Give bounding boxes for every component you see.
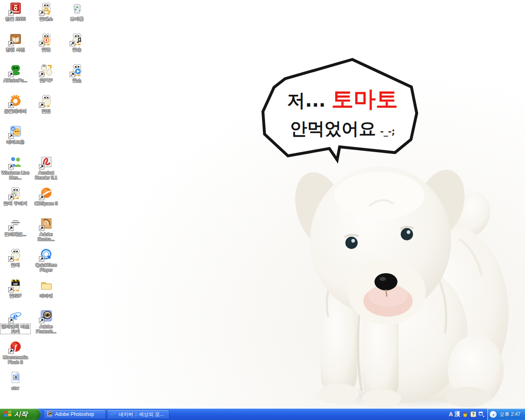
desktop-icon-hancom-dictionary[interactable]: 한컴 사전	[0, 32, 31, 52]
shortcut-arrow-icon	[9, 349, 13, 354]
desktop-icon-label: CDSpace 5	[34, 201, 57, 206]
desktop-icon-internet-shortcut[interactable]: e인터넷의 바로 가기	[0, 309, 31, 334]
desktop-icon-label: QuickTime Player	[32, 262, 61, 272]
speech-bubble-line2: 안먹었어요 -_-;	[269, 117, 416, 140]
shortcut-arrow-icon	[39, 164, 44, 169]
shortcut-arrow-icon	[39, 318, 44, 323]
shortcut-arrow-icon	[39, 103, 44, 107]
desktop-icon-macromedia-flash-8[interactable]: fMacromedia Flash 8	[0, 340, 31, 365]
ime-help-icon[interactable]: ?	[470, 411, 477, 418]
shortcut-arrow-icon	[39, 226, 44, 231]
shortcut-arrow-icon	[9, 257, 13, 261]
desktop-icon-algif[interactable]: GIF알GIF	[0, 278, 31, 298]
internet-explorer-icon: e	[9, 309, 22, 322]
gom-player-icon	[9, 94, 22, 107]
desktop-icon-recycle-bin[interactable]: 휴지통	[62, 2, 92, 21]
shortcut-arrow-icon	[39, 11, 44, 15]
recycle-bin-icon	[71, 2, 84, 15]
desktop-icon-star-file[interactable]: star	[0, 371, 31, 390]
desktop-icon-kkamagwi-folder[interactable]: 까마귀	[31, 278, 62, 298]
ime-language-bar: A 漢 ?	[446, 411, 487, 418]
desktop-icon-alpass[interactable]: 알패스	[31, 2, 62, 21]
egg-bird-icon	[40, 94, 53, 107]
svg-text:e: e	[112, 411, 114, 417]
desktop-icon-alftp[interactable]: 알FTP	[31, 63, 62, 83]
shortcut-arrow-icon	[9, 11, 13, 15]
desktop-icon-label: star	[11, 386, 19, 390]
shortcut-arrow-icon	[9, 195, 13, 200]
desktop-icon-adobe-illustrator[interactable]: Adobe Illustra...	[31, 217, 62, 242]
messenger-icon	[9, 155, 22, 169]
svg-text:e: e	[13, 310, 17, 322]
ime-tools-icon[interactable]	[462, 411, 468, 418]
desktop-icon-alzip[interactable]: 알집	[31, 94, 62, 114]
taskbar-window-naver[interactable]: e네이버 :: 세상의 모...	[107, 410, 169, 419]
desktop-icon-label: 까마귀	[39, 293, 53, 298]
shortcut-arrow-icon	[9, 164, 13, 169]
desktop-icon-almap[interactable]: 알맵	[31, 32, 62, 52]
ime-hanja-button[interactable]: 漢	[454, 411, 460, 418]
nateon-icon	[9, 125, 22, 138]
notification-area: ‹ 오후 2:47	[487, 409, 525, 420]
desktop-icon-alroboform[interactable]: AlRoboFo...	[0, 63, 31, 83]
desktop-icon-label: 알씨 꾸미기	[3, 201, 27, 206]
desktop-icon-label: Acrobat Reader 5.1	[32, 170, 61, 180]
hide-inactive-icons-button[interactable]: ‹	[490, 411, 497, 418]
internet-explorer-icon: e	[110, 411, 116, 418]
bubble-text-prefix: 저...	[287, 89, 326, 113]
shortcut-arrow-icon	[9, 226, 13, 231]
desktop-icon-label: 한컴 사전	[6, 47, 25, 52]
photoshop-icon	[46, 411, 53, 418]
egg-bird-play-icon	[71, 63, 84, 76]
desktop-icon-label: Windows Live Mes...	[1, 170, 30, 180]
shortcut-arrow-icon	[39, 41, 44, 46]
language-bar-restore-icon[interactable]	[478, 411, 485, 418]
svg-text:?: ?	[472, 412, 475, 417]
acrobat-icon	[40, 155, 53, 169]
desktop-icon-label: Adobe Photosh...	[32, 324, 61, 334]
photoshop-icon	[40, 309, 53, 322]
egg-bird-compass-icon	[40, 32, 53, 46]
desktop-icon-label: Adobe Illustra...	[32, 232, 61, 242]
desktop-icon-quicktime-player[interactable]: QuickTime Player	[31, 248, 62, 272]
desktop-icon-label: 알GIF	[9, 293, 21, 298]
desktop-icon-label: 네이트온	[7, 139, 25, 144]
desktop-icon-nateon[interactable]: 네이트온	[0, 125, 31, 144]
desktop-icon-acrobat-reader[interactable]: Acrobat Reader 5.1	[31, 155, 62, 180]
desktop-icon-adobe-photoshop[interactable]: Adobe Photosh...	[31, 309, 62, 334]
desktop-icon-calli-font-sample[interactable]: 캘리체샘...	[0, 217, 31, 237]
desktop-icon-label: 곰플레이어	[4, 109, 27, 114]
desktop-icon-windows-live-messenger[interactable]: Windows Live Mes...	[0, 155, 31, 180]
taskbar-window-label: Adobe Photoshop	[55, 411, 94, 417]
font-sample-icon	[9, 217, 22, 230]
desktop-icon-alsong[interactable]: 알송	[62, 32, 92, 52]
start-button[interactable]: 시작	[0, 409, 41, 420]
folder-icon	[40, 278, 53, 292]
ime-mode-button[interactable]: A	[449, 411, 453, 418]
desktop-icon-hangul-2005[interactable]: 한글 2005	[0, 2, 31, 21]
desktop-icon-alsee[interactable]: 알씨	[0, 248, 31, 267]
desktop-icon-label: 알씨	[11, 262, 20, 267]
cdspace-icon	[40, 186, 53, 199]
desktop-icon-label: 알집	[42, 109, 51, 114]
svg-text:GIF: GIF	[13, 283, 18, 285]
shortcut-arrow-icon	[9, 288, 13, 292]
egg-bird-icon	[9, 248, 22, 261]
desktop-icon-alsee-decorate[interactable]: 알씨 꾸미기	[0, 186, 31, 206]
shortcut-arrow-icon	[39, 257, 44, 261]
illustrator-icon	[40, 217, 53, 230]
dictionary-book-icon	[9, 32, 22, 46]
shortcut-arrow-icon	[39, 195, 44, 200]
clock[interactable]: 오후 2:47	[500, 411, 520, 418]
desktop-icon-label: 알쇼	[73, 78, 82, 83]
desktop-icon-alshow[interactable]: 알쇼	[62, 63, 92, 83]
shortcut-arrow-icon	[9, 72, 13, 77]
taskbar-window-photoshop[interactable]: Adobe Photoshop	[43, 410, 106, 419]
desktop-icon-gom-player[interactable]: 곰플레이어	[0, 94, 31, 114]
roboform-icon	[9, 63, 22, 76]
shortcut-arrow-icon	[9, 134, 13, 138]
desktop-icon-label: 알FTP	[40, 78, 53, 83]
desktop-icon-cdspace-5[interactable]: CDSpace 5	[31, 186, 62, 206]
desktop[interactable]: 저... 토마토 안먹었어요 -_-; 한글 2005 알패스휴지통한컴 사전 …	[0, 0, 525, 409]
shortcut-arrow-icon	[70, 72, 75, 77]
